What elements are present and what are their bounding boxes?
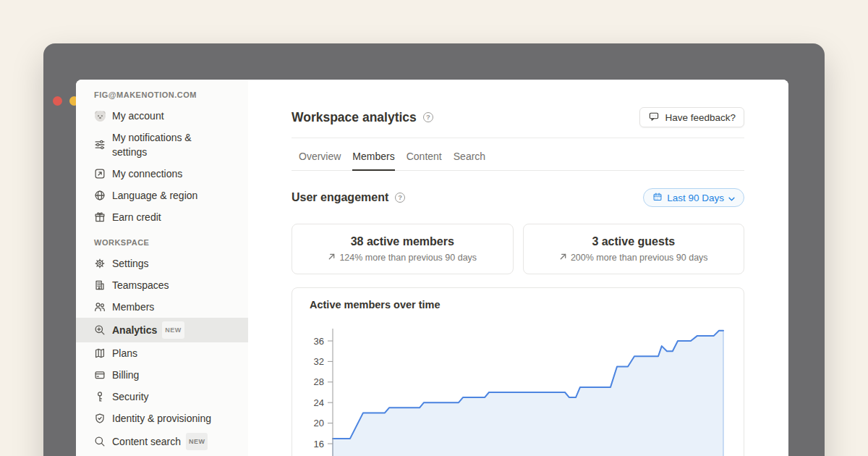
sidebar-item-security[interactable]: Security	[76, 386, 248, 408]
stat-delta-text: 200% more than previous 90 days	[571, 253, 708, 263]
sidebar-item-label: My connections	[112, 166, 182, 181]
sidebar-item-label: Identity & provisioning	[112, 411, 211, 426]
y-axis-tick-label: 16	[314, 439, 324, 449]
sidebar-item-content-search[interactable]: Content searchNEW	[76, 429, 248, 454]
page-header: Workspace analytics ?	[292, 107, 744, 127]
date-range-label: Last 90 Days	[667, 193, 724, 203]
speech-bubble-icon	[648, 111, 660, 124]
tab-overview[interactable]: Overview	[299, 138, 341, 171]
gift-icon	[93, 211, 106, 224]
gear-icon	[93, 257, 106, 270]
sidebar-item-label: Earn credit	[112, 210, 161, 224]
sidebar-item-label: My notifications & settings	[112, 130, 226, 159]
stat-card-active-guests: 3 active guests200% more than previous 9…	[523, 224, 745, 274]
desktop-background: FIG@MAKENOTION.COM My accountMy notifica…	[0, 0, 868, 456]
people-icon	[93, 300, 106, 313]
new-badge: NEW	[162, 321, 184, 339]
sidebar-item-label: Teamspaces	[112, 278, 169, 292]
sidebar-item-label: Security	[112, 389, 149, 404]
tab-members[interactable]: Members	[352, 138, 394, 171]
have-feedback-button[interactable]: Have feedback?	[639, 107, 744, 127]
sidebar-item-label: Settings	[112, 256, 149, 271]
have-feedback-label: Have feedback?	[665, 112, 736, 123]
sidebar-item-label: Plans	[112, 346, 137, 360]
sidebar-item-earn-credit[interactable]: Earn credit	[76, 206, 248, 228]
sidebar-item-my-connections[interactable]: My connections	[76, 163, 248, 185]
chevron-down-icon	[728, 193, 735, 203]
calendar-icon	[652, 192, 663, 204]
tab-content[interactable]: Content	[407, 138, 442, 171]
trend-up-icon	[559, 253, 567, 263]
stat-delta-text: 124% more than previous 90 days	[339, 253, 477, 263]
stat-value: 38 active members	[351, 235, 454, 248]
workspace-heading: Workspace	[76, 238, 248, 247]
globe-icon	[93, 189, 106, 202]
stat-card-active-members: 38 active members124% more than previous…	[292, 224, 514, 274]
active-members-chart-card: Active members over time 162024283236	[292, 287, 744, 456]
settings-sidebar: FIG@MAKENOTION.COM My accountMy notifica…	[76, 80, 248, 456]
user-engagement-header: User engagement ?	[292, 188, 744, 207]
sliders-icon	[93, 138, 106, 151]
card-icon	[93, 368, 106, 381]
sidebar-item-label: Language & region	[112, 188, 197, 203]
key-icon	[93, 390, 106, 403]
tab-search[interactable]: Search	[454, 138, 485, 171]
analytics-tabs: OverviewMembersContentSearch	[292, 138, 744, 171]
sidebar-item-label: Members	[112, 300, 154, 314]
user-engagement-title: User engagement	[292, 191, 388, 204]
engagement-stat-cards: 38 active members124% more than previous…	[292, 224, 744, 274]
active-members-line-chart: 162024283236	[292, 288, 744, 456]
help-circle-icon[interactable]: ?	[423, 112, 433, 122]
stat-delta: 124% more than previous 90 days	[328, 253, 477, 263]
arrow-square-icon	[93, 167, 106, 180]
avatar	[93, 109, 106, 122]
sidebar-item-plans[interactable]: Plans	[76, 342, 248, 364]
stat-delta: 200% more than previous 90 days	[559, 253, 708, 263]
sidebar-item-label: Content search	[112, 434, 181, 449]
sidebar-item-language-region[interactable]: Language & region	[76, 185, 248, 206]
stat-value: 3 active guests	[592, 235, 675, 248]
sidebar-item-label: Billing	[112, 368, 139, 382]
building-icon	[93, 279, 106, 292]
sidebar-item-billing[interactable]: Billing	[76, 364, 248, 386]
sidebar-item-my-account[interactable]: My account	[76, 105, 248, 127]
account-menu: My accountMy notifications & settingsMy …	[76, 105, 248, 228]
sidebar-item-analytics[interactable]: AnalyticsNEW	[76, 318, 248, 342]
map-icon	[93, 347, 106, 360]
sidebar-item-teamspaces[interactable]: Teamspaces	[76, 274, 248, 296]
magnifier-plus-icon	[93, 324, 106, 337]
sidebar-item-identity-provisioning[interactable]: Identity & provisioning	[76, 408, 248, 429]
magnifier-icon	[93, 435, 106, 448]
sidebar-item-label: My account	[112, 109, 164, 123]
trend-up-icon	[328, 253, 336, 263]
new-badge: NEW	[186, 433, 208, 450]
analytics-content: Workspace analytics ?	[248, 80, 788, 456]
sidebar-item-settings[interactable]: Settings	[76, 253, 248, 274]
sidebar-item-members[interactable]: Members	[76, 296, 248, 318]
y-axis-tick-label: 36	[314, 336, 324, 347]
page-title: Workspace analytics	[292, 110, 417, 125]
account-email-heading: FIG@MAKENOTION.COM	[76, 90, 248, 99]
app-window: FIG@MAKENOTION.COM My accountMy notifica…	[43, 43, 825, 456]
date-range-dropdown[interactable]: Last 90 Days	[643, 188, 744, 207]
close-window-icon[interactable]	[53, 96, 62, 106]
workspace-menu: SettingsTeamspacesMembersAnalyticsNEWPla…	[76, 253, 248, 454]
y-axis-tick-label: 20	[314, 418, 324, 428]
y-axis-tick-label: 24	[314, 397, 324, 408]
y-axis-tick-label: 28	[314, 376, 324, 387]
help-circle-icon[interactable]: ?	[395, 193, 405, 203]
sidebar-item-label: Analytics	[112, 323, 157, 337]
sidebar-item-my-notifications-settings[interactable]: My notifications & settings	[76, 127, 248, 163]
shield-check-icon	[93, 412, 106, 425]
settings-panel: FIG@MAKENOTION.COM My accountMy notifica…	[76, 80, 788, 456]
y-axis-tick-label: 32	[314, 356, 324, 367]
